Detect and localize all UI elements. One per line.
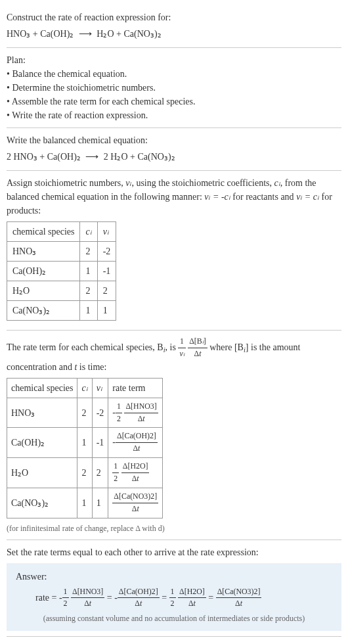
stoich-intro: Assign stoichiometric numbers, νᵢ, using… (7, 176, 341, 218)
rate-term-cell: -Δ[Ca(OH)2]Δt (108, 428, 163, 458)
eq-left: HNO₃ + Ca(OH)₂ (7, 29, 74, 39)
answer-equation: rate = -12 Δ[HNO3]Δt = -Δ[Ca(OH)2]Δt = 1… (16, 586, 332, 610)
stoich-table: chemical species cᵢ νᵢ HNO₃ 2 -2 Ca(OH)₂… (7, 221, 116, 321)
arrow-icon: ⟶ (85, 152, 98, 162)
final-intro: Set the rate terms equal to each other t… (7, 545, 341, 559)
final-section: Set the rate terms equal to each other t… (7, 540, 341, 637)
frac-nu: 1νᵢ (178, 336, 185, 360)
col-v: νᵢ (97, 222, 116, 242)
balanced-section: Write the balanced chemical equation: 2 … (7, 128, 341, 171)
rate-note: (for infinitesimal rate of change, repla… (7, 522, 341, 534)
header-section: Construct the rate of reaction expressio… (7, 5, 341, 48)
table-row: Ca(OH)₂ 1 -1 (7, 262, 116, 281)
table-header-row: chemical species cᵢ νᵢ rate term (7, 378, 163, 398)
unbalanced-equation: HNO₃ + Ca(OH)₂ ⟶ H₂O + Ca(NO₃)₂ (7, 27, 341, 41)
table-row: HNO₃ 2 -2 -12 Δ[HNO3]Δt (7, 398, 163, 428)
rate-term-cell: 12 Δ[H2O]Δt (108, 458, 163, 488)
rate-term-intro: The rate term for each chemical species,… (7, 336, 341, 374)
answer-box: Answer: rate = -12 Δ[HNO3]Δt = -Δ[Ca(OH)… (7, 563, 341, 632)
eq-right: 2 H₂O + Ca(NO₃)₂ (104, 152, 175, 162)
answer-label: Answer: (16, 570, 332, 584)
table-row: H₂O 2 2 12 Δ[H2O]Δt (7, 458, 163, 488)
plan-item: Assemble the rate term for each chemical… (7, 95, 341, 108)
stoich-section: Assign stoichiometric numbers, νᵢ, using… (7, 171, 341, 331)
plan-item: Determine the stoichiometric numbers. (7, 81, 341, 95)
table-row: Ca(NO₃)₂ 1 1 (7, 301, 116, 321)
col-species: chemical species (7, 222, 80, 242)
eq-left: 2 HNO₃ + Ca(OH)₂ (7, 152, 81, 162)
table-row: HNO₃ 2 -2 (7, 242, 116, 262)
arrow-icon: ⟶ (79, 29, 92, 39)
table-header-row: chemical species cᵢ νᵢ (7, 222, 116, 242)
prompt-text: Construct the rate of reaction expressio… (7, 11, 341, 24)
plan-item: Balance the chemical equation. (7, 67, 341, 81)
plan-item: Write the rate of reaction expression. (7, 108, 341, 122)
rate-term-cell: Δ[Ca(NO3)2]Δt (108, 488, 163, 518)
plan-title: Plan: (7, 53, 341, 67)
table-row: Ca(NO₃)₂ 1 1 Δ[Ca(NO3)2]Δt (7, 488, 163, 518)
balanced-equation: 2 HNO₃ + Ca(OH)₂ ⟶ 2 H₂O + Ca(NO₃)₂ (7, 150, 341, 164)
eq-right: H₂O + Ca(NO₃)₂ (97, 29, 161, 39)
balanced-intro: Write the balanced chemical equation: (7, 133, 341, 147)
rate-term-cell: -12 Δ[HNO3]Δt (108, 398, 163, 428)
rate-table: chemical species cᵢ νᵢ rate term HNO₃ 2 … (7, 378, 163, 518)
table-row: H₂O 2 2 (7, 281, 116, 301)
plan-section: Plan: Balance the chemical equation. Det… (7, 48, 341, 128)
table-row: Ca(OH)₂ 1 -1 -Δ[Ca(OH)2]Δt (7, 428, 163, 458)
plan-list: Balance the chemical equation. Determine… (7, 67, 341, 122)
col-c: cᵢ (80, 222, 97, 242)
frac-db: Δ[Bᵢ]Δt (188, 336, 207, 360)
rate-term-section: The rate term for each chemical species,… (7, 331, 341, 540)
answer-note: (assuming constant volume and no accumul… (16, 612, 332, 624)
